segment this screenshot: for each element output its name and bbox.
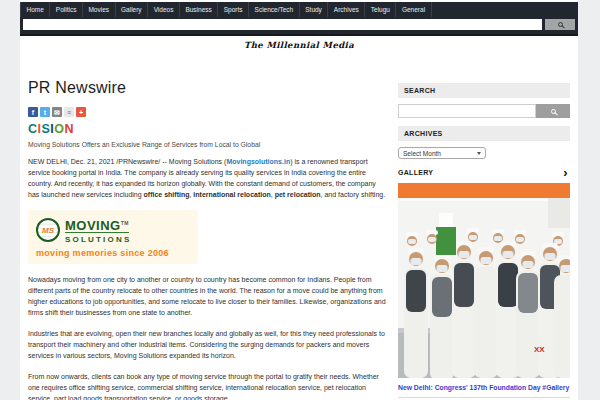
sidebar-search-header: SEARCH [398, 83, 570, 98]
article-paragraph: Nowadays moving from one city to another… [28, 274, 388, 318]
nav-item-videos[interactable]: Videos [148, 2, 180, 17]
nav-item-telugu[interactable]: Telugu [365, 2, 396, 17]
site-tagline: The Millennial Media [20, 36, 578, 53]
share-plus-icon[interactable]: + [76, 107, 86, 117]
print-icon[interactable]: ≡ [64, 107, 74, 117]
gallery-photo-image: XX [398, 183, 570, 378]
email-icon[interactable]: ✉ [52, 107, 62, 117]
nav-item-home[interactable]: Home [20, 2, 50, 17]
nav-item-politics[interactable]: Politics [50, 2, 83, 17]
sidebar: SEARCH ARCHIVES Select Month GALLERY › [398, 53, 570, 400]
dropdown-selected-value: Select Month [403, 150, 441, 157]
page-container: HomePoliticsMoviesGalleryVideosBusinessS… [20, 0, 578, 400]
article-lead-paragraph: NEW DELHI, Dec. 21, 2021 /PRNewswire/ --… [28, 156, 388, 200]
ms-logo-word-solutions: SOLUTIONS [65, 235, 131, 244]
sidebar-archives-header: ARCHIVES [398, 126, 570, 141]
page-title: PR Newswire [28, 79, 388, 97]
main-nav: HomePoliticsMoviesGalleryVideosBusinessS… [20, 2, 578, 17]
ms-logo-word-moving: MOVINGTM [65, 217, 129, 233]
nav-item-archives[interactable]: Archives [328, 2, 365, 17]
search-icon [558, 22, 563, 27]
gallery-caption-link[interactable]: New Delhi: Congress' 137th Foundation Da… [398, 383, 570, 392]
article-body: Nowadays moving from one city to another… [28, 274, 388, 400]
archives-month-dropdown[interactable]: Select Month [398, 147, 486, 159]
moving-solutions-logo: MS MOVINGTM SOLUTIONS moving memories si… [28, 210, 198, 264]
article-subtitle: Moving Solutions Offers an Exclusive Ran… [28, 141, 388, 148]
gallery-photo[interactable]: XX [398, 183, 570, 378]
nav-item-movies[interactable]: Movies [83, 2, 116, 17]
top-search-bar [20, 17, 578, 36]
ms-logo-tagline: moving memories since 2006 [36, 248, 190, 258]
ms-globe-icon: MS [36, 218, 60, 242]
search-icon [551, 109, 556, 114]
sidebar-search-input[interactable] [398, 104, 536, 118]
sidebar-divider [398, 397, 570, 398]
nav-item-sports[interactable]: Sports [218, 2, 249, 17]
cision-logo: CISION [28, 122, 388, 136]
sidebar-gallery-header: GALLERY › [398, 166, 570, 179]
svg-text:XX: XX [534, 345, 545, 354]
article: PR Newswire ft✉≡+ CISION Moving Solution… [28, 53, 388, 400]
top-search-input[interactable] [23, 19, 542, 30]
article-paragraph: Industries that are evolving, open their… [28, 328, 388, 361]
sidebar-search-button[interactable] [536, 104, 570, 118]
top-search-button[interactable] [545, 19, 575, 30]
article-paragraph: From now onwards, clients can book any t… [28, 371, 388, 400]
sidebar-search-row [398, 104, 570, 118]
share-buttons: ft✉≡+ [28, 107, 388, 117]
chevron-down-icon [477, 152, 481, 155]
twitter-icon[interactable]: t [40, 107, 50, 117]
nav-item-gallery[interactable]: Gallery [116, 2, 149, 17]
nav-item-general[interactable]: General [396, 2, 431, 17]
facebook-icon[interactable]: f [28, 107, 38, 117]
nav-item-business[interactable]: Business [180, 2, 218, 17]
chevron-right-icon[interactable]: › [563, 169, 568, 176]
movingsolutions-link[interactable]: Movingsolutions.in [226, 158, 290, 165]
nav-item-science-tech[interactable]: Science/Tech [249, 2, 300, 17]
nav-item-study[interactable]: Study [300, 2, 329, 17]
